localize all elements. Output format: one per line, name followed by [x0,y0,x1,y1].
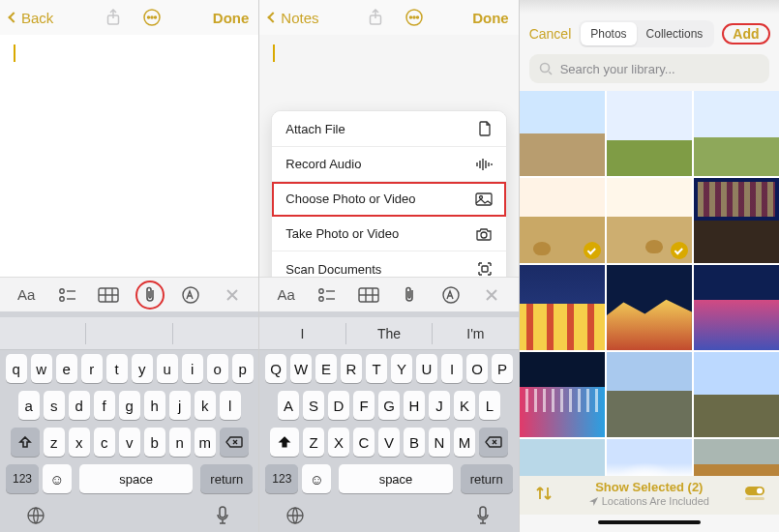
key-e[interactable]: E [315,354,337,383]
space-key[interactable]: space [339,464,452,493]
photo-thumbnail[interactable] [607,265,692,350]
key-z[interactable]: Z [303,428,324,457]
table-button[interactable] [354,282,383,308]
key-r[interactable]: r [81,354,103,383]
suggestion[interactable]: The [346,326,432,341]
photo-thumbnail[interactable] [694,91,779,176]
search-input[interactable]: Search your library... [529,54,769,83]
emoji-key[interactable]: ☺ [302,464,331,493]
home-indicator[interactable] [598,520,701,524]
backspace-key[interactable] [220,428,249,457]
key-b[interactable]: b [144,428,165,457]
menu-take-photo-video[interactable]: Take Photo or Video [272,217,505,251]
back-button[interactable]: Back [10,10,53,26]
share-icon[interactable] [368,9,383,26]
key-a[interactable]: A [278,391,299,420]
key-n[interactable]: n [169,428,191,457]
key-i[interactable]: I [441,354,463,383]
add-button[interactable]: Add [722,23,769,44]
key-h[interactable]: h [144,391,165,420]
note-content[interactable] [0,35,258,277]
share-icon[interactable] [105,9,121,26]
suggestion[interactable]: I [259,326,345,341]
key-r[interactable]: R [341,354,362,383]
key-f[interactable]: F [353,391,375,420]
key-j[interactable]: j [169,391,191,420]
return-key[interactable]: return [461,464,513,493]
tab-photos[interactable]: Photos [581,22,636,45]
key-n[interactable]: N [429,428,450,457]
key-k[interactable]: k [195,391,216,420]
key-w[interactable]: W [290,354,312,383]
photo-thumbnail[interactable] [694,265,779,350]
key-s[interactable]: s [44,391,65,420]
close-toolbar-button[interactable] [218,282,247,308]
key-d[interactable]: d [69,391,90,420]
shift-key[interactable] [11,428,40,457]
suggestion[interactable] [86,333,171,334]
markup-button[interactable] [436,282,465,308]
globe-key[interactable] [23,503,48,528]
dictation-key[interactable] [210,503,235,528]
text-style-button[interactable]: Aa [12,282,41,308]
key-t[interactable]: T [366,354,387,383]
options-button[interactable] [744,483,765,504]
photo-thumbnail[interactable] [607,178,692,263]
key-d[interactable]: D [328,391,349,420]
key-h[interactable]: H [404,391,425,420]
markup-button[interactable] [176,282,205,308]
key-l[interactable]: L [479,391,500,420]
key-q[interactable]: Q [265,354,286,383]
key-y[interactable]: y [132,354,153,383]
key-a[interactable]: a [18,391,40,420]
shift-key[interactable] [270,428,299,457]
key-v[interactable]: V [378,428,400,457]
dictation-key[interactable] [470,503,495,528]
photo-thumbnail[interactable] [694,352,779,437]
menu-record-audio[interactable]: Record Audio [272,147,505,182]
photo-thumbnail[interactable] [520,352,605,437]
photo-thumbnail[interactable] [607,91,692,176]
more-icon[interactable] [142,8,162,27]
key-m[interactable]: M [454,428,475,457]
key-e[interactable]: e [56,354,77,383]
key-v[interactable]: v [119,428,140,457]
key-z[interactable]: z [44,428,65,457]
photo-thumbnail[interactable] [694,439,779,476]
menu-choose-photo-video[interactable]: Choose Photo or Video [272,182,505,217]
cancel-button[interactable]: Cancel [529,26,572,42]
photo-thumbnail[interactable] [520,178,605,263]
key-q[interactable]: q [6,354,27,383]
space-key[interactable]: space [79,464,193,493]
key-k[interactable]: K [454,391,475,420]
backspace-key[interactable] [479,428,508,457]
key-c[interactable]: C [353,428,375,457]
sort-button[interactable] [533,483,554,504]
key-o[interactable]: O [466,354,488,383]
key-b[interactable]: B [404,428,425,457]
suggestion[interactable]: I'm [433,326,518,341]
photo-thumbnail[interactable] [607,439,692,476]
numbers-key[interactable]: 123 [6,464,39,493]
key-u[interactable]: u [157,354,178,383]
show-selected-button[interactable]: Show Selected (2) [554,480,744,494]
return-key[interactable]: return [200,464,253,493]
key-x[interactable]: x [69,428,90,457]
checklist-button[interactable] [53,282,82,308]
key-m[interactable]: m [195,428,216,457]
key-o[interactable]: o [207,354,228,383]
numbers-key[interactable]: 123 [265,464,298,493]
photo-thumbnail[interactable] [520,265,605,350]
done-button[interactable]: Done [472,10,509,26]
more-icon[interactable] [404,8,424,27]
photo-thumbnail[interactable] [694,178,779,263]
key-c[interactable]: c [94,428,115,457]
text-style-button[interactable]: Aa [272,282,301,308]
key-y[interactable]: Y [391,354,412,383]
suggestion[interactable] [173,333,258,334]
key-s[interactable]: S [303,391,324,420]
key-g[interactable]: g [119,391,140,420]
close-toolbar-button[interactable] [477,282,506,308]
key-u[interactable]: U [416,354,437,383]
tab-collections[interactable]: Collections [637,22,713,45]
